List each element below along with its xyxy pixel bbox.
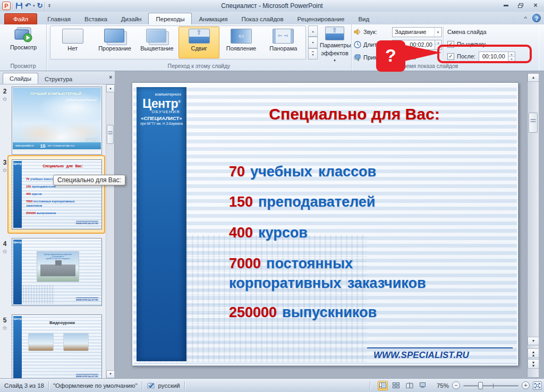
preview-button[interactable]: Просмотр [5,27,42,61]
slide-thumbnail-3[interactable]: Центр Специально для Вас: 70 учебных кла… [12,159,102,229]
gallery-more-button[interactable]: ▾ [308,48,318,59]
thumb3-text: учебных классов [30,177,55,181]
slide-canvas[interactable]: компьютерного Центр® ОБУЧЕНИЯ «СПЕЦИАЛИС… [132,82,518,366]
thumb4-logo: Центр [13,241,22,244]
preview-icon [14,27,33,42]
tab-view[interactable]: Вид [351,13,376,24]
transition-none[interactable]: Нет [52,27,93,58]
zoom-percentage[interactable]: 75% [431,382,449,389]
zoom-in-icon[interactable]: + [522,381,530,389]
sound-value: Задвигание [393,29,434,35]
thumb2-years-label: ЛЕТ УСПЕШНОЙ РАБОТЫ [48,144,74,147]
transition-cut[interactable]: Прорезание [94,27,135,58]
transition-star-icon[interactable]: ✩ [1,96,8,102]
thumb5-site: WWW.SPECIALIST.RU [76,374,98,378]
group-preview: Просмотр Просмотр [0,24,47,71]
transition-label: Панорама [263,45,304,52]
fit-to-window-button[interactable] [533,381,542,390]
slide-counter[interactable]: Слайд 3 из 18 [4,382,44,389]
reading-view-button[interactable] [404,381,414,390]
group-transitions: Нет Прорезание Выцветание ⇧ [47,24,352,71]
up-arrow-glyph: ⇧ [326,27,344,34]
restore-button[interactable] [516,2,525,9]
transition-fade[interactable]: Выцветание [137,27,177,58]
tab-outline[interactable]: Структура [38,74,79,84]
slideshow-view-button[interactable] [418,381,428,390]
thumb3-num: 150 [26,185,31,188]
slide-number: 2 [1,88,8,95]
transition-split[interactable]: ⇦ ⇨ Панорама [263,27,304,58]
slide-thumbnail-2[interactable]: ЛУЧШИЙ КОМПЬЮТЕРНЫЙ учебный центр России… [12,87,102,155]
logo-name: Центр [142,97,178,110]
slide-thumbnail-4[interactable]: Центр Центр компьютерного обучения «Спец… [12,238,102,306]
thumb2-subline: учебный центр России! [65,98,97,101]
main-scrollbar[interactable]: ▲ ▼ ▲▲ ▼▼ [527,73,539,377]
thumb3-title: Специально для Вас: [25,164,100,168]
thumb3-text: курсов [32,192,42,195]
tab-file[interactable]: Файл [4,13,37,24]
slide-title[interactable]: Специально для Вас: [202,105,506,123]
footer-rule [367,347,513,348]
thumb3-text: преподавателей [32,185,56,188]
list-item: 400курсов [229,223,308,243]
zoom-out-icon[interactable]: − [452,381,460,389]
slide-thumbnail-5[interactable]: Центр Видеоуроки WWW.SPECIALIST.RU [12,314,102,378]
annotation-question-balloon: ? [376,40,405,72]
divider [370,381,370,390]
apply-to-all-icon [354,54,361,61]
sound-select[interactable]: Задвигание ▾ [392,27,442,37]
tab-design[interactable]: Дизайн [114,13,149,24]
tab-insert[interactable]: Вставка [78,13,114,24]
tab-slides-thumbnails[interactable]: Слайды [3,73,38,84]
thumb2-logo: Центр [87,138,98,142]
help-icon[interactable]: ? [532,14,541,22]
advance-header: Смена слайда [447,29,487,35]
dropdown-icon: ▾ [334,58,336,62]
spellcheck-icon[interactable] [147,382,155,389]
thumb3-logo: Центр [13,162,22,165]
gallery-scroll-strip: ▴ ▾ ▾ [308,25,318,59]
effect-options-label: Параметры [320,42,350,48]
tab-transitions[interactable]: Переходы [148,13,192,24]
thumb2-years: 15 [40,143,46,149]
zoom-slider-thumb[interactable] [478,382,483,389]
panel-scrollbar[interactable]: ▲ ▼ [106,84,114,378]
close-button[interactable]: × [531,2,540,9]
minimize-button[interactable] [502,2,510,9]
collapse-ribbon-icon[interactable]: ^ [524,16,527,21]
transition-wipe[interactable]: ⇦ Появление [220,27,261,58]
normal-view-button[interactable] [378,381,388,390]
panel-close-icon[interactable]: × [109,74,112,80]
slide-sorter-view-button[interactable] [391,381,401,390]
gallery-scroll-down[interactable]: ▾ [308,37,318,48]
list-item: 70учебных классов [229,162,376,182]
next-slide-button[interactable]: ▼▼ [528,359,539,369]
list-item: 7000постоянных корпоративных заказчиков [229,254,441,293]
website-text: WWW.SPECIALIST.RU [373,350,469,361]
panel-scroll-down[interactable]: ▼ [106,370,115,378]
transition-push-selected[interactable]: ⇧ Сдвиг [178,27,219,58]
transition-wipe-icon: ⇦ [231,29,252,44]
thumb5-title: Видеоуроки [25,320,99,325]
transition-star-icon[interactable]: ✩ [1,325,8,331]
panel-scroll-thumb[interactable] [107,125,114,144]
theme-name[interactable]: "Оформление по умолчанию" [53,382,137,389]
logo-reg: ® [178,100,181,104]
tab-review[interactable]: Рецензирование [291,13,352,24]
zoom-slider[interactable] [463,381,518,390]
slide-left-band: компьютерного Центр® ОБУЧЕНИЯ «СПЕЦИАЛИС… [137,87,186,361]
slides-panel: Слайды Структура × 2 ✩ ЛУЧШИЙ КОМПЬЮТЕРН… [0,71,115,378]
panel-scroll-up[interactable]: ▲ [106,84,115,92]
scroll-down-button[interactable]: ▼ [528,337,539,345]
tab-animations[interactable]: Анимация [192,13,234,24]
language-indicator[interactable]: русский [158,382,180,389]
gallery-scroll-up[interactable]: ▴ [308,25,318,37]
scroll-up-button[interactable]: ▲ [528,73,539,82]
ribbon-tab-row: Файл Главная Вставка Дизайн Переходы Ани… [0,12,544,24]
thumb4-caption: при МГТУ им. Н.Э. Баумана [37,258,79,260]
tab-home[interactable]: Главная [40,13,78,24]
transition-star-icon[interactable]: ✩ [1,249,8,254]
previous-slide-button[interactable]: ▲▲ [528,348,539,358]
scroll-thumb[interactable] [529,113,538,133]
tab-slideshow[interactable]: Показ слайдов [234,13,290,24]
